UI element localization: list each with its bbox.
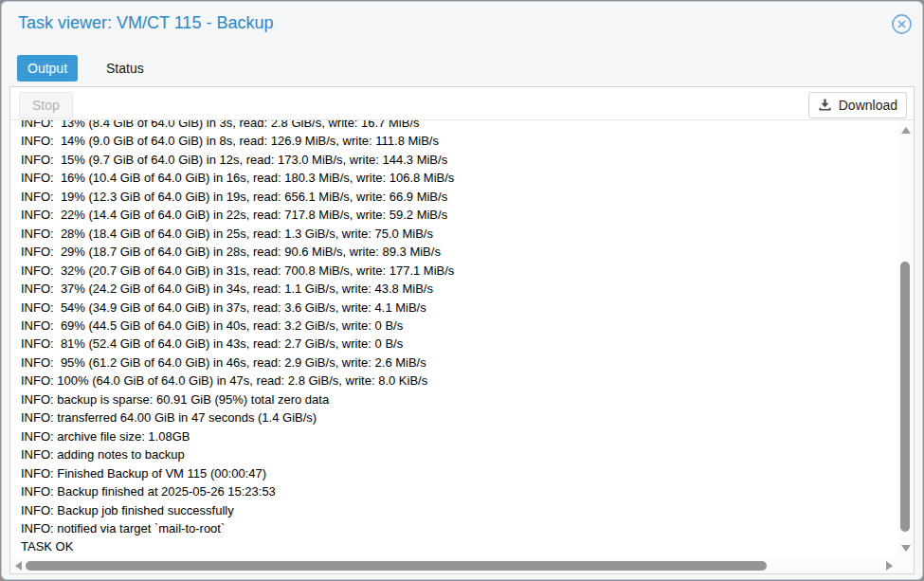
- vertical-scroll-thumb[interactable]: [900, 262, 910, 532]
- log-line: INFO: 95% (61.2 GiB of 64.0 GiB) in 46s,…: [21, 354, 893, 372]
- task-viewer-window: Task viewer: VM/CT 115 - Backup Output S…: [1, 1, 923, 580]
- log-line: INFO: 19% (12.3 GiB of 64.0 GiB) in 19s,…: [21, 188, 893, 206]
- tab-bar: Output Status: [17, 54, 154, 82]
- horizontal-scrollbar[interactable]: [10, 558, 897, 573]
- log-line: INFO: 29% (18.7 GiB of 64.0 GiB) in 28s,…: [21, 243, 893, 261]
- log-line: INFO: notified via target `mail-to-root`: [21, 519, 893, 537]
- stop-button[interactable]: Stop: [19, 92, 73, 118]
- vertical-scrollbar[interactable]: [897, 120, 914, 558]
- log-line: TASK OK: [21, 537, 893, 555]
- log-line: INFO: transferred 64.00 GiB in 47 second…: [21, 409, 893, 427]
- log-line: INFO: 15% (9.7 GiB of 64.0 GiB) in 12s, …: [21, 151, 893, 169]
- log-line: INFO: backup is sparse: 60.91 GiB (95%) …: [21, 390, 893, 409]
- download-button[interactable]: Download: [808, 92, 907, 118]
- log-line: INFO: Finished Backup of VM 115 (00:00:4…: [21, 464, 893, 482]
- log-line: INFO: 81% (52.4 GiB of 64.0 GiB) in 43s,…: [21, 335, 893, 353]
- toolbar: Stop Download: [10, 87, 914, 120]
- download-icon: [818, 99, 832, 112]
- tab-output[interactable]: Output: [17, 55, 78, 82]
- tab-status[interactable]: Status: [96, 55, 154, 82]
- log-line: INFO: Backup job finished successfully: [21, 501, 893, 519]
- scroll-down-arrow-icon[interactable]: [901, 545, 911, 552]
- log-output: INFO: 13% (8.4 GiB of 64.0 GiB) in 3s, r…: [21, 120, 893, 556]
- title-bar: Task viewer: VM/CT 115 - Backup: [2, 2, 922, 49]
- log-line: INFO: archive file size: 1.08GB: [21, 427, 893, 445]
- log-line: INFO: 13% (8.4 GiB of 64.0 GiB) in 3s, r…: [21, 120, 893, 132]
- horizontal-scroll-thumb[interactable]: [26, 561, 767, 571]
- log-line: INFO: 16% (10.4 GiB of 64.0 GiB) in 16s,…: [21, 169, 893, 187]
- window-title: Task viewer: VM/CT 115 - Backup: [18, 13, 273, 33]
- scroll-right-arrow-icon[interactable]: [886, 561, 893, 571]
- log-line: INFO: adding notes to backup: [21, 445, 893, 463]
- scroll-left-arrow-icon[interactable]: [15, 561, 22, 571]
- log-line: INFO: 100% (64.0 GiB of 64.0 GiB) in 47s…: [21, 372, 893, 390]
- log-line: INFO: 69% (44.5 GiB of 64.0 GiB) in 40s,…: [21, 317, 893, 335]
- log-line: INFO: 32% (20.7 GiB of 64.0 GiB) in 31s,…: [21, 262, 893, 280]
- task-panel: Stop Download INFO: 13% (8.4 GiB of 64.0…: [9, 86, 915, 574]
- log-line: INFO: 37% (24.2 GiB of 64.0 GiB) in 34s,…: [21, 280, 893, 298]
- download-button-label: Download: [839, 98, 897, 113]
- scroll-up-arrow-icon[interactable]: [901, 127, 911, 134]
- log-line: INFO: 22% (14.4 GiB of 64.0 GiB) in 22s,…: [21, 206, 893, 224]
- log-line: INFO: 28% (18.4 GiB of 64.0 GiB) in 25s,…: [21, 225, 893, 243]
- close-icon[interactable]: [891, 13, 913, 35]
- log-line: INFO: 54% (34.9 GiB of 64.0 GiB) in 37s,…: [21, 299, 893, 317]
- log-line: INFO: 14% (9.0 GiB of 64.0 GiB) in 8s, r…: [21, 132, 893, 150]
- scrollbar-corner: [897, 558, 914, 573]
- log-viewport: INFO: 13% (8.4 GiB of 64.0 GiB) in 3s, r…: [10, 120, 914, 573]
- screen-backdrop: Task viewer: VM/CT 115 - Backup Output S…: [0, 0, 924, 581]
- log-line: INFO: Backup finished at 2025-05-26 15:2…: [21, 482, 893, 500]
